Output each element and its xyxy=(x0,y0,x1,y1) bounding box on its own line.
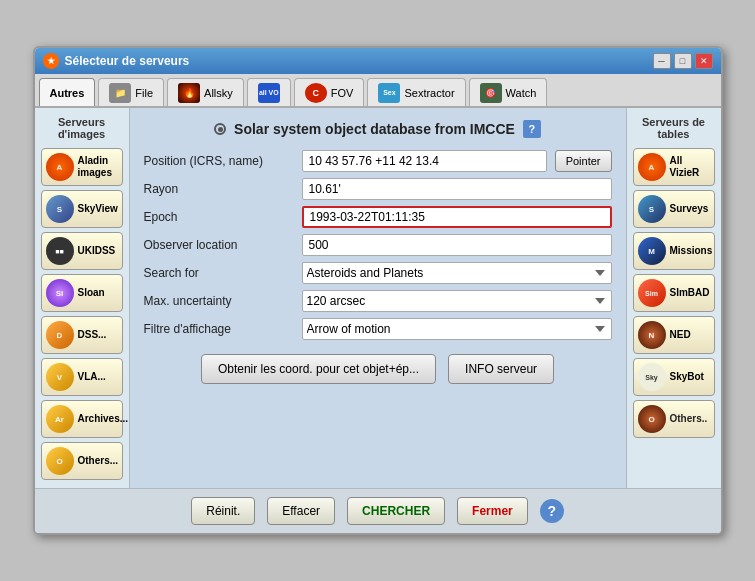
uncertainty-select[interactable]: 120 arcsec 60 arcsec 30 arcsec 10 arcsec xyxy=(302,290,612,312)
tab-autres[interactable]: Autres xyxy=(39,78,96,106)
sidebar-btn-simbad[interactable]: Sim SImBAD xyxy=(633,274,715,312)
tab-bar: Autres 📁 File 🔥 Allsky all VO C FOV Sex … xyxy=(35,74,721,108)
reinit-button[interactable]: Réinit. xyxy=(191,497,255,525)
pointer-button[interactable]: Pointer xyxy=(555,150,612,172)
others-left-icon: O xyxy=(46,447,74,475)
sloan-label: Sloan xyxy=(78,287,105,299)
bottom-help-button[interactable]: ? xyxy=(540,499,564,523)
sidebar-right: Serveurs de tables A AllVizieR S Surveys… xyxy=(626,108,721,488)
rayon-input[interactable] xyxy=(302,178,612,200)
tab-allsky-label: Allsky xyxy=(204,87,233,99)
observer-label: Observer location xyxy=(144,238,294,252)
info-button[interactable]: INFO serveur xyxy=(448,354,554,384)
sidebar-btn-surveys[interactable]: S Surveys xyxy=(633,190,715,228)
rayon-row: Rayon xyxy=(144,178,612,200)
panel-help-button[interactable]: ? xyxy=(523,120,541,138)
chercher-button[interactable]: CHERCHER xyxy=(347,497,445,525)
ned-icon: N xyxy=(638,321,666,349)
sidebar-btn-archives[interactable]: Ar Archives... xyxy=(41,400,123,438)
position-label: Position (ICRS, name) xyxy=(144,154,294,168)
rayon-label: Rayon xyxy=(144,182,294,196)
sidebar-btn-skybot[interactable]: Sky SkyBot xyxy=(633,358,715,396)
window-title: Sélecteur de serveurs xyxy=(65,54,190,68)
epoch-input[interactable] xyxy=(302,206,612,228)
obtenir-button[interactable]: Obtenir les coord. pour cet objet+ép... xyxy=(201,354,436,384)
vla-icon: V xyxy=(46,363,74,391)
tab-file-icon: 📁 xyxy=(109,83,131,103)
center-panel: Solar system object database from IMCCE … xyxy=(130,108,626,488)
tab-cfov-icon: C xyxy=(305,83,327,103)
ned-label: NED xyxy=(670,329,691,341)
sidebar-left: Serveurs d'images A Aladinimages S SkyVi… xyxy=(35,108,130,488)
epoch-label: Epoch xyxy=(144,210,294,224)
sidebar-btn-others-right[interactable]: O Others.. xyxy=(633,400,715,438)
affichage-label: Filtre d'affichage xyxy=(144,322,294,336)
panel-title: Solar system object database from IMCCE xyxy=(234,121,515,137)
position-row: Position (ICRS, name) Pointer xyxy=(144,150,612,172)
position-input[interactable] xyxy=(302,150,547,172)
tab-allvo-icon: all VO xyxy=(258,83,280,103)
window-icon: ★ xyxy=(43,53,59,69)
skybot-label: SkyBot xyxy=(670,371,704,383)
effacer-button[interactable]: Effacer xyxy=(267,497,335,525)
sidebar-btn-dss[interactable]: D DSS... xyxy=(41,316,123,354)
archives-icon: Ar xyxy=(46,405,74,433)
missions-icon: M xyxy=(638,237,666,265)
tab-sextractor[interactable]: Sex Sextractor xyxy=(367,78,465,106)
panel-header: Solar system object database from IMCCE … xyxy=(144,120,612,138)
sidebar-btn-ukidss[interactable]: ■■ UKIDSS xyxy=(41,232,123,270)
sloan-icon: Sl xyxy=(46,279,74,307)
action-row: Obtenir les coord. pour cet objet+ép... … xyxy=(144,354,612,384)
radio-button[interactable] xyxy=(214,123,226,135)
affichage-select[interactable]: Arrow of motion None Circle xyxy=(302,318,612,340)
skybot-icon: Sky xyxy=(638,363,666,391)
sidebar-btn-sloan[interactable]: Sl Sloan xyxy=(41,274,123,312)
tab-cfov-label: FOV xyxy=(331,87,354,99)
tab-file-label: File xyxy=(135,87,153,99)
fermer-button[interactable]: Fermer xyxy=(457,497,528,525)
sidebar-btn-aladin[interactable]: A Aladinimages xyxy=(41,148,123,186)
sidebar-btn-ned[interactable]: N NED xyxy=(633,316,715,354)
tab-sextractor-label: Sextractor xyxy=(404,87,454,99)
vla-label: VLA... xyxy=(78,371,106,383)
observer-row: Observer location xyxy=(144,234,612,256)
title-bar: ★ Sélecteur de serveurs ─ □ ✕ xyxy=(35,48,721,74)
simbad-label: SImBAD xyxy=(670,287,710,299)
simbad-icon: Sim xyxy=(638,279,666,307)
tab-cfov[interactable]: C FOV xyxy=(294,78,365,106)
others-left-label: Others... xyxy=(78,455,119,467)
surveys-icon: S xyxy=(638,195,666,223)
title-bar-left: ★ Sélecteur de serveurs xyxy=(43,53,190,69)
surveys-label: Surveys xyxy=(670,203,709,215)
tab-file[interactable]: 📁 File xyxy=(98,78,164,106)
title-controls: ─ □ ✕ xyxy=(653,53,713,69)
tab-sextractor-icon: Sex xyxy=(378,83,400,103)
ukidss-icon: ■■ xyxy=(46,237,74,265)
sidebar-btn-skyview[interactable]: S SkyView xyxy=(41,190,123,228)
main-window: ★ Sélecteur de serveurs ─ □ ✕ Autres 📁 F… xyxy=(33,46,723,535)
search-label: Search for xyxy=(144,266,294,280)
observer-input[interactable] xyxy=(302,234,612,256)
aladin-label: Aladinimages xyxy=(78,155,112,179)
tab-autres-label: Autres xyxy=(50,87,85,99)
sidebar-btn-allvizier[interactable]: A AllVizieR xyxy=(633,148,715,186)
search-select[interactable]: Asteroids and Planets All objects Comets… xyxy=(302,262,612,284)
close-button[interactable]: ✕ xyxy=(695,53,713,69)
sidebar-btn-vla[interactable]: V VLA... xyxy=(41,358,123,396)
tab-allsky-icon: 🔥 xyxy=(178,83,200,103)
tab-allsky[interactable]: 🔥 Allsky xyxy=(167,78,244,106)
minimize-button[interactable]: ─ xyxy=(653,53,671,69)
skyview-icon: S xyxy=(46,195,74,223)
dss-label: DSS... xyxy=(78,329,107,341)
maximize-button[interactable]: □ xyxy=(674,53,692,69)
sidebar-left-title: Serveurs d'images xyxy=(39,116,125,140)
sidebar-right-title: Serveurs de tables xyxy=(631,116,717,140)
tab-allvo[interactable]: all VO xyxy=(247,78,291,106)
aladin-icon: A xyxy=(46,153,74,181)
main-content: Serveurs d'images A Aladinimages S SkyVi… xyxy=(35,108,721,488)
sidebar-btn-missions[interactable]: M Missions xyxy=(633,232,715,270)
tab-watch[interactable]: 🎯 Watch xyxy=(469,78,548,106)
ukidss-label: UKIDSS xyxy=(78,245,116,257)
sidebar-btn-others-left[interactable]: O Others... xyxy=(41,442,123,480)
epoch-row: Epoch xyxy=(144,206,612,228)
